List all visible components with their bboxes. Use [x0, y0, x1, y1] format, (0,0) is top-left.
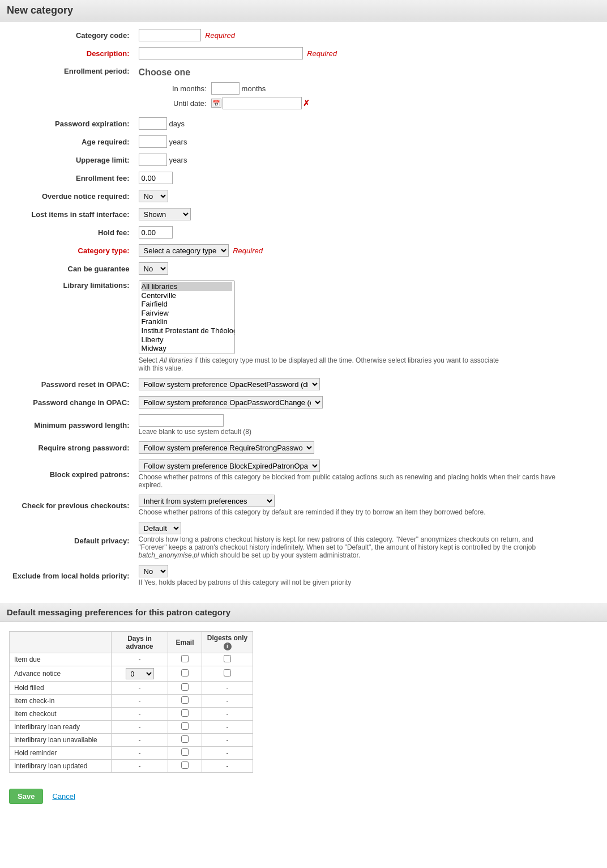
messaging-table: Days in advance Email Digests only i Ite… — [9, 631, 253, 773]
msg-row-email[interactable] — [168, 747, 202, 760]
until-date-label: Until date: — [150, 99, 207, 108]
email-checkbox[interactable] — [181, 709, 189, 717]
batch-anonymise-em: batch_anonymise.pl — [139, 551, 199, 559]
library-note: Select All libraries if this category ty… — [139, 356, 507, 372]
can-be-guarantee-select[interactable]: No Yes — [139, 262, 168, 275]
msg-row-email[interactable] — [168, 682, 202, 695]
msg-row-email[interactable] — [168, 734, 202, 747]
library-note-em: All libraries — [159, 356, 193, 364]
msg-row-days: - — [112, 721, 168, 734]
msg-row-digests[interactable] — [202, 653, 253, 666]
msg-row-days: - — [112, 734, 168, 747]
days-text: days — [169, 120, 185, 128]
library-limitations-select[interactable]: All libraries Centerville Fairfield Fair… — [139, 280, 235, 354]
msg-row-name: Item due — [10, 653, 112, 666]
save-button[interactable]: Save — [9, 789, 43, 804]
months-text: months — [242, 84, 266, 93]
password-reset-label: Password reset in OPAC: — [9, 375, 135, 393]
msg-row-days: - — [112, 653, 168, 666]
default-privacy-label: Default privacy: — [9, 519, 135, 562]
enrollment-period-label: Enrollment period: — [9, 62, 135, 114]
table-row: Interlibrary loan ready-- — [10, 721, 253, 734]
digests-checkbox[interactable] — [224, 655, 231, 662]
require-strong-label: Require strong password: — [9, 439, 135, 457]
password-expiration-label: Password expiration: — [9, 114, 135, 133]
until-date-input[interactable] — [223, 97, 302, 109]
msg-row-name: Hold reminder — [10, 747, 112, 760]
hold-fee-input[interactable] — [139, 226, 173, 239]
advance-days-select[interactable]: 01235714 — [126, 668, 154, 679]
check-previous-hint: Choose whether patrons of this category … — [139, 508, 563, 516]
check-previous-label: Check for previous checkouts: — [9, 492, 135, 519]
upperage-limit-input[interactable] — [139, 154, 167, 166]
password-change-label: Password change in OPAC: — [9, 393, 135, 411]
enrollment-fee-input[interactable] — [139, 172, 173, 184]
min-password-input[interactable] — [139, 414, 224, 427]
lost-items-select[interactable]: Shown Not shown Delisted — [139, 208, 191, 220]
category-type-select[interactable]: Select a category type Adult Child Staff… — [139, 244, 229, 257]
exclude-holds-select[interactable]: No Yes — [139, 565, 168, 577]
category-type-required: Required — [233, 246, 263, 255]
category-code-required: Required — [205, 31, 235, 40]
msg-row-digests: - — [202, 708, 253, 721]
enrollment-fee-label: Enrollment fee: — [9, 169, 135, 187]
table-row: Item checkout-- — [10, 708, 253, 721]
email-checkbox[interactable] — [181, 696, 189, 704]
default-privacy-select[interactable]: Default Never Forever — [139, 522, 181, 534]
email-checkbox[interactable] — [181, 683, 189, 691]
msg-row-email[interactable] — [168, 708, 202, 721]
password-reset-select[interactable]: Follow system preference OpacResetPasswo… — [139, 378, 320, 390]
age-required-input[interactable] — [139, 135, 167, 148]
clear-date-icon[interactable]: ✗ — [303, 99, 310, 108]
min-password-hint: Leave blank to use system default (8) — [139, 428, 563, 436]
cancel-button[interactable]: Cancel — [48, 789, 79, 803]
msg-row-name: Interlibrary loan updated — [10, 760, 112, 773]
msg-row-name: Item check-in — [10, 695, 112, 708]
email-checkbox[interactable] — [181, 655, 189, 662]
msg-row-email[interactable] — [168, 695, 202, 708]
can-be-guarantee-label: Can be guarantee — [9, 259, 135, 278]
password-expiration-input[interactable] — [139, 117, 167, 130]
button-row: Save Cancel — [0, 782, 607, 811]
digests-checkbox[interactable] — [224, 669, 231, 676]
msg-row-digests[interactable] — [202, 666, 253, 682]
table-row: Hold filled-- — [10, 682, 253, 695]
password-change-select[interactable]: Follow system preference OpacPasswordCha… — [139, 396, 323, 409]
digests-info-icon[interactable]: i — [224, 643, 232, 650]
block-expired-select[interactable]: Follow system preference BlockExpiredPat… — [139, 459, 320, 472]
msg-row-name: Advance notice — [10, 666, 112, 682]
description-input[interactable] — [139, 47, 303, 59]
min-password-label: Minimum password length: — [9, 411, 135, 439]
table-row: Interlibrary loan updated-- — [10, 760, 253, 773]
msg-row-days: - — [112, 708, 168, 721]
msg-row-name: Item checkout — [10, 708, 112, 721]
msg-row-email[interactable] — [168, 666, 202, 682]
msg-row-email[interactable] — [168, 721, 202, 734]
email-checkbox[interactable] — [181, 722, 189, 730]
require-strong-select[interactable]: Follow system preference RequireStrongPa… — [139, 441, 314, 454]
msg-row-days[interactable]: 01235714 — [112, 666, 168, 682]
email-checkbox[interactable] — [181, 669, 189, 676]
msg-row-digests: - — [202, 721, 253, 734]
email-checkbox[interactable] — [181, 748, 189, 756]
page-header: New category — [0, 0, 607, 22]
msg-col-email: Email — [168, 632, 202, 653]
calendar-icon[interactable]: 📅 — [211, 99, 221, 108]
msg-row-email[interactable] — [168, 760, 202, 773]
email-checkbox[interactable] — [181, 735, 189, 743]
months-input[interactable] — [211, 82, 240, 95]
lost-items-label: Lost items in staff interface: — [9, 205, 135, 223]
exclude-holds-label: Exclude from local holds priority: — [9, 562, 135, 589]
category-code-input[interactable] — [139, 29, 201, 41]
check-previous-select[interactable]: Inherit from system preferences Do Don't — [139, 495, 275, 507]
description-required: Required — [307, 49, 337, 58]
table-row: Item due- — [10, 653, 253, 666]
messaging-section-title: Default messaging preferences for this p… — [0, 603, 607, 622]
msg-row-days: - — [112, 760, 168, 773]
overdue-notice-select[interactable]: No Yes — [139, 190, 168, 202]
email-checkbox[interactable] — [181, 761, 189, 769]
msg-row-digests: - — [202, 760, 253, 773]
block-expired-hint: Choose whether patrons of this category … — [139, 473, 563, 489]
msg-row-days: - — [112, 695, 168, 708]
msg-row-email[interactable] — [168, 653, 202, 666]
